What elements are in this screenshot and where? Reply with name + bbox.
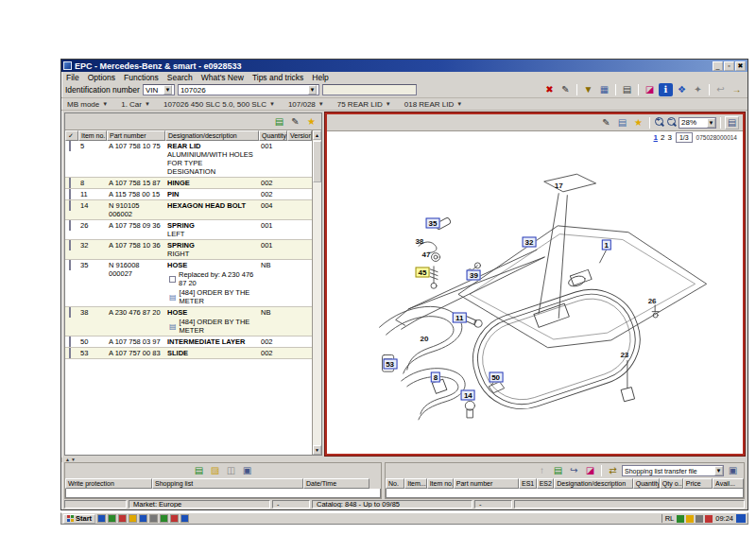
- quicklaunch-icon[interactable]: [170, 514, 179, 523]
- column-header[interactable]: ✓: [65, 130, 78, 141]
- tray-icon[interactable]: [677, 515, 684, 523]
- menu-item-search[interactable]: Search: [167, 73, 193, 82]
- favorite-star-icon[interactable]: ★: [304, 115, 318, 129]
- book-icon[interactable]: ❖: [675, 83, 689, 96]
- shopping-list-empty-row[interactable]: [65, 489, 381, 498]
- export-list-icon[interactable]: ▤: [272, 115, 286, 129]
- footnote-checkbox[interactable]: [169, 276, 176, 283]
- close-button[interactable]: ✖: [735, 61, 746, 71]
- zoom-in-icon[interactable]: +: [654, 117, 664, 128]
- table-scrollbar[interactable]: ▲ ▼: [312, 130, 321, 455]
- quicklaunch-icon[interactable]: [129, 514, 137, 523]
- secondary-field[interactable]: [322, 84, 417, 95]
- favorite-star-icon[interactable]: ★: [631, 116, 645, 129]
- row-checkbox[interactable]: [69, 240, 71, 250]
- chevron-down-icon[interactable]: ▼: [308, 85, 317, 95]
- column-header[interactable]: Quantity: [633, 478, 660, 489]
- table-row[interactable]: 53A 107 757 00 83SLIDE002: [65, 348, 312, 359]
- callout-14[interactable]: 14: [461, 390, 475, 401]
- callout-32[interactable]: 32: [522, 237, 536, 248]
- callout-23[interactable]: 23: [620, 350, 628, 358]
- row-checkbox[interactable]: [69, 260, 71, 270]
- zoom-out-icon[interactable]: −: [666, 117, 677, 128]
- footnote-line[interactable]: ▤[484] ORDER BY THE METER: [169, 318, 257, 335]
- page-link-2[interactable]: 2: [661, 133, 664, 142]
- menu-item-options[interactable]: Options: [88, 73, 115, 82]
- zoom-level-select[interactable]: 28%▼: [679, 117, 716, 129]
- menu-item-functions[interactable]: Functions: [124, 73, 159, 82]
- callout-35[interactable]: 35: [426, 217, 440, 228]
- column-header[interactable]: Designation/description: [165, 130, 259, 141]
- callout-17[interactable]: 17: [555, 181, 563, 189]
- eraser-icon[interactable]: ◪: [643, 83, 657, 96]
- column-header[interactable]: Price: [683, 478, 713, 489]
- move-up-icon[interactable]: ↑: [535, 464, 549, 477]
- eraser-icon[interactable]: ◪: [583, 464, 597, 477]
- chevron-down-icon[interactable]: ▼: [163, 85, 172, 95]
- open-folder-icon[interactable]: ▨: [208, 464, 222, 477]
- export-file-icon[interactable]: ▣: [726, 464, 740, 477]
- menu-item-file[interactable]: File: [66, 73, 79, 82]
- column-header[interactable]: Date/Time: [303, 478, 369, 489]
- page-link-1[interactable]: 1: [654, 133, 658, 142]
- add-item-icon[interactable]: ▤: [551, 464, 565, 477]
- quicklaunch-icon[interactable]: [139, 514, 147, 523]
- column-header[interactable]: Designation/description: [554, 478, 632, 489]
- scroll-down-icon[interactable]: ▼: [313, 445, 321, 455]
- callout-50[interactable]: 50: [489, 371, 503, 382]
- maximize-button[interactable]: ▫: [724, 61, 734, 71]
- nav-dropdown[interactable]: 107026 450 SLC 5.0, 500 SLC▼: [163, 100, 275, 109]
- transfer-icon[interactable]: ⇄: [606, 464, 620, 477]
- menu-item-tips-and-tricks[interactable]: Tips and tricks: [252, 73, 303, 82]
- start-button[interactable]: Start: [63, 514, 95, 524]
- callout-45[interactable]: 45: [415, 267, 429, 277]
- scroll-thumb[interactable]: [313, 141, 321, 182]
- table-row[interactable]: 14N 910105 006002HEXAGON HEAD BOLT004: [65, 200, 312, 220]
- column-header[interactable]: ES1: [519, 478, 537, 489]
- row-checkbox[interactable]: [69, 220, 71, 231]
- annotate-icon[interactable]: ✎: [599, 116, 613, 129]
- print-icon[interactable]: ▤: [620, 83, 634, 96]
- column-header[interactable]: Part number: [454, 478, 519, 489]
- tray-icon[interactable]: [696, 515, 703, 523]
- edit-note-icon[interactable]: ✎: [288, 115, 302, 129]
- callout-11[interactable]: 11: [453, 312, 466, 322]
- page-note-icon[interactable]: ▤: [615, 116, 629, 129]
- column-header[interactable]: Part number: [107, 130, 165, 141]
- table-row[interactable]: 38A 230 476 87 20HOSE▤[484] ORDER BY THE…: [65, 307, 312, 337]
- image-viewer-icon[interactable]: ▦: [597, 83, 611, 96]
- forward-icon[interactable]: ↪: [567, 464, 581, 477]
- nav-dropdown[interactable]: MB mode▼: [67, 100, 108, 109]
- callout-39[interactable]: 39: [467, 269, 481, 280]
- column-header[interactable]: Item no.: [78, 130, 107, 141]
- callout-26[interactable]: 26: [648, 296, 657, 304]
- chevron-down-icon[interactable]: ▼: [707, 118, 715, 128]
- nav-dropdown[interactable]: 75 REAR LID▼: [337, 100, 391, 109]
- callout-8[interactable]: 8: [431, 371, 440, 382]
- copy-icon[interactable]: ◫: [224, 464, 238, 477]
- row-checkbox[interactable]: [69, 307, 71, 318]
- info-icon[interactable]: ℹ: [659, 83, 673, 96]
- key-icon[interactable]: ✦: [691, 83, 705, 96]
- table-row[interactable]: 35N 916008 000027HOSEReplaced by: A 230 …: [65, 260, 312, 307]
- row-checkbox[interactable]: [69, 178, 71, 188]
- column-header[interactable]: Item no.: [427, 478, 454, 489]
- quicklaunch-icon[interactable]: [160, 514, 168, 523]
- row-checkbox[interactable]: [69, 189, 71, 199]
- column-header[interactable]: Version: [287, 130, 312, 141]
- quicklaunch-icon[interactable]: [118, 514, 127, 523]
- callout-38[interactable]: 38: [415, 237, 423, 246]
- column-header[interactable]: Avail...: [713, 478, 744, 489]
- table-row[interactable]: 8A 107 758 15 87HINGE002: [65, 178, 312, 189]
- row-checkbox[interactable]: [69, 337, 71, 347]
- column-header[interactable]: Item...: [404, 478, 426, 489]
- column-header[interactable]: Shopping list: [152, 478, 303, 489]
- scroll-up-icon[interactable]: ▲: [313, 130, 321, 140]
- note-edit-icon[interactable]: ✎: [558, 83, 573, 96]
- page-link-3[interactable]: 3: [667, 133, 671, 142]
- tray-icon[interactable]: [705, 515, 713, 523]
- exit-icon[interactable]: →: [730, 83, 744, 96]
- new-list-icon[interactable]: ▤: [192, 464, 206, 477]
- tray-icon[interactable]: [686, 515, 694, 523]
- chevron-down-icon[interactable]: ▼: [714, 466, 723, 475]
